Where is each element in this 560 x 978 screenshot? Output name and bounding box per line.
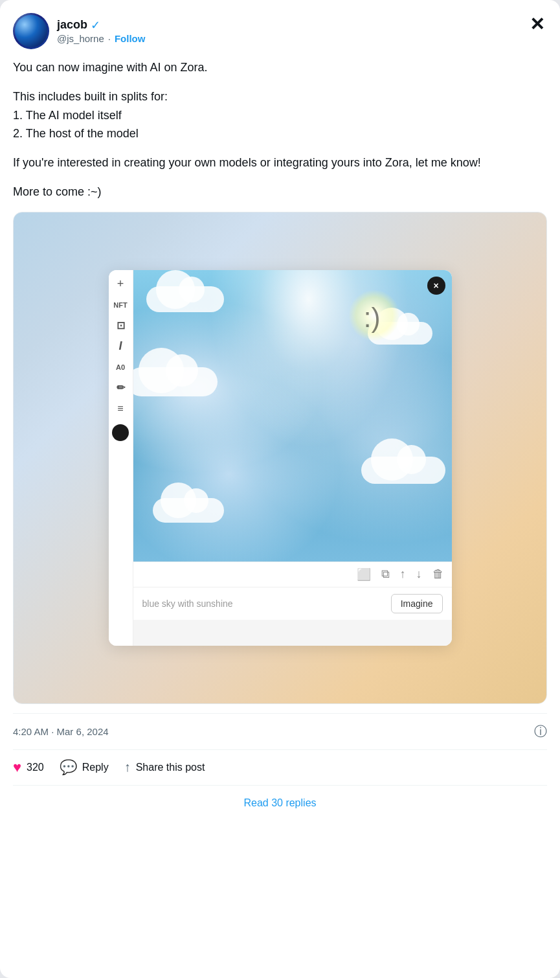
separator: ·	[108, 33, 111, 44]
canvas-actions: ⬜ ⧉ ↑ ↓ 🗑	[133, 562, 452, 587]
cloud-5	[153, 498, 224, 523]
action-expand-icon[interactable]: ⬜	[357, 567, 371, 582]
read-replies-button[interactable]: Read 30 replies	[13, 785, 547, 821]
reply-button[interactable]: 💬 Reply	[60, 759, 109, 776]
imagine-button[interactable]: Imagine	[391, 594, 443, 613]
action-upload-icon[interactable]: ↑	[400, 567, 406, 582]
info-icon[interactable]: ⓘ	[534, 723, 547, 740]
tweet-meta: 4:20 AM · Mar 6, 2024 ⓘ	[13, 713, 547, 749]
close-icon[interactable]: ✕	[527, 13, 547, 36]
share-icon: ↑	[124, 760, 131, 775]
cloud-1	[146, 286, 224, 312]
action-copy-icon[interactable]: ⧉	[381, 567, 390, 582]
imagine-bar: blue sky with sunshine Imagine	[133, 587, 452, 620]
smiley-face: :)	[364, 302, 381, 334]
read-replies-text: Read 30 replies	[243, 797, 316, 809]
cloud-3	[133, 367, 218, 396]
reply-label: Reply	[82, 762, 109, 773]
tweet-body: You can now imagine with AI on Zora. Thi…	[13, 58, 547, 201]
user-name-row: jacob ✓	[57, 18, 145, 32]
zora-editor-card: + NFT ⊡ I A0 ✏ ≡	[109, 270, 452, 646]
tweet-header: jacob ✓ @js_horne · Follow ✕	[13, 13, 547, 49]
zora-toolbar: + NFT ⊡ I A0 ✏ ≡	[109, 270, 133, 646]
cloud-4	[361, 457, 445, 484]
like-button[interactable]: ♥ 320	[13, 759, 44, 776]
imagine-prompt-text[interactable]: blue sky with sunshine	[142, 598, 233, 609]
share-button[interactable]: ↑ Share this post	[124, 760, 205, 775]
toolbar-color-swatch[interactable]	[112, 424, 129, 441]
user-name: jacob	[57, 18, 87, 32]
tweet-card: jacob ✓ @js_horne · Follow ✕ You can now…	[0, 0, 560, 978]
engagement-row: ♥ 320 💬 Reply ↑ Share this post	[13, 749, 547, 785]
canvas-image: :) ×	[133, 270, 452, 562]
reply-bubble-icon: 💬	[60, 759, 77, 776]
follow-button[interactable]: Follow	[115, 33, 146, 44]
action-download-icon[interactable]: ↓	[416, 567, 422, 582]
tweet-line3: If you're interested in creating your ow…	[13, 154, 547, 172]
zora-canvas: :) × ⬜ ⧉ ↑ ↓ 🗑	[133, 270, 452, 646]
tweet-image: + NFT ⊡ I A0 ✏ ≡	[13, 212, 547, 704]
like-count: 320	[27, 762, 44, 773]
canvas-close-button[interactable]: ×	[427, 277, 445, 295]
toolbar-a0[interactable]: A0	[111, 358, 130, 376]
zora-card-inner: + NFT ⊡ I A0 ✏ ≡	[109, 270, 452, 646]
tweet-line4: More to come :~)	[13, 183, 547, 201]
timestamp: 4:20 AM · Mar 6, 2024	[13, 726, 109, 737]
tweet-line2: This includes built in splits for:1. The…	[13, 87, 547, 143]
avatar[interactable]	[13, 13, 49, 49]
heart-icon: ♥	[13, 759, 21, 776]
tweet-line1: You can now imagine with AI on Zora.	[13, 58, 547, 77]
share-label: Share this post	[136, 762, 205, 773]
user-handle-follow-row: @js_horne · Follow	[57, 33, 145, 44]
toolbar-add[interactable]: +	[111, 275, 130, 293]
image-background: + NFT ⊡ I A0 ✏ ≡	[14, 212, 546, 703]
toolbar-text[interactable]: I	[111, 337, 130, 356]
user-info: jacob ✓ @js_horne · Follow	[13, 13, 145, 49]
toolbar-brush[interactable]: ✏	[111, 379, 130, 397]
toolbar-nft[interactable]: NFT	[111, 296, 130, 314]
toolbar-image[interactable]: ⊡	[111, 317, 130, 335]
toolbar-menu[interactable]: ≡	[111, 400, 130, 418]
user-text: jacob ✓ @js_horne · Follow	[57, 18, 145, 44]
user-handle: @js_horne	[57, 33, 104, 44]
verified-icon: ✓	[91, 19, 100, 31]
action-delete-icon[interactable]: 🗑	[432, 567, 444, 582]
